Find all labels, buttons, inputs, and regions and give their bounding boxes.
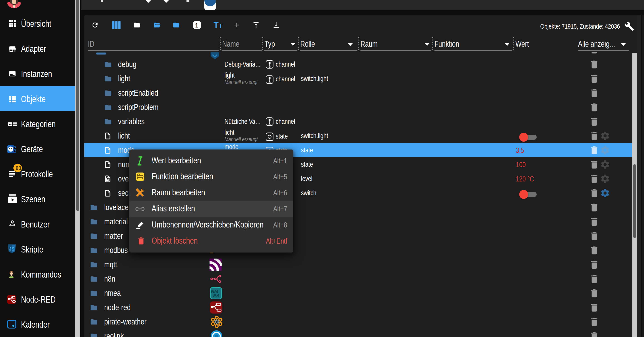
svg-text:EA: EA xyxy=(213,293,220,298)
svg-text:JS: JS xyxy=(9,247,14,251)
